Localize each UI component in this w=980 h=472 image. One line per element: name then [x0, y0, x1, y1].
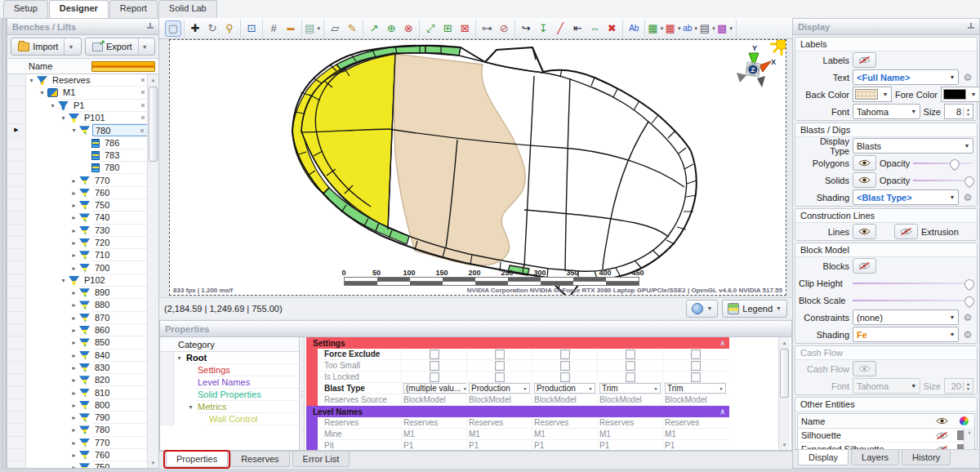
- extrusion-visibility-toggle[interactable]: [894, 224, 918, 239]
- tree-expander[interactable]: ▾: [58, 114, 69, 122]
- polygons-opacity-slider[interactable]: [913, 158, 973, 169]
- tree-row-810[interactable]: ▸810: [7, 386, 148, 399]
- checkbox[interactable]: [495, 372, 505, 382]
- tab-properties[interactable]: Properties: [166, 452, 228, 467]
- solids-opacity-slider[interactable]: [913, 175, 973, 186]
- tree-row-720[interactable]: ▸720: [7, 237, 148, 249]
- fore-color-picker[interactable]: ▼: [941, 87, 979, 102]
- entities-color-header[interactable]: [953, 416, 974, 425]
- edit-pencil-icon[interactable]: ✎: [344, 20, 360, 37]
- ruler-icon[interactable]: ▬: [283, 20, 299, 37]
- tree-row-m1[interactable]: ▾M1: [7, 87, 148, 99]
- blast-shading-dropdown[interactable]: <Blast Type> ▼: [853, 189, 959, 205]
- tree-expander[interactable]: ▸: [69, 390, 79, 397]
- tree-expander[interactable]: ▾: [69, 127, 79, 134]
- block-shading-dropdown[interactable]: Fe ▼: [853, 327, 959, 342]
- display-type-dropdown[interactable]: Blasts ▼: [853, 138, 973, 154]
- snapshot-icon[interactable]: ▤▼: [305, 20, 321, 37]
- category-settings[interactable]: Settings: [160, 364, 299, 376]
- tree-row-710[interactable]: ▸710: [7, 249, 148, 261]
- slider-thumb[interactable]: [963, 294, 977, 308]
- unlink-segments-icon[interactable]: ⊘: [496, 20, 512, 37]
- tree-row-770[interactable]: ▸770: [7, 437, 148, 449]
- move-segment-icon[interactable]: ⤢: [422, 20, 439, 37]
- tab-display[interactable]: Display: [798, 450, 849, 465]
- tree-expander[interactable]: ▸: [69, 464, 79, 468]
- tab-layers[interactable]: Layers: [851, 450, 899, 465]
- tree-row-890[interactable]: ▸890: [7, 287, 148, 299]
- tree-row-p1[interactable]: ▾P1: [7, 100, 148, 112]
- grid-dropdown[interactable]: (multiple valu...▼: [403, 383, 466, 394]
- entities-visibility-header[interactable]: [930, 416, 953, 426]
- tree-expander[interactable]: ▸: [69, 265, 79, 272]
- tree-row-820[interactable]: ▸820: [7, 374, 148, 386]
- export-button[interactable]: Export ▼: [85, 38, 156, 56]
- tab-report[interactable]: Report: [109, 0, 158, 18]
- checkbox[interactable]: [626, 361, 635, 371]
- pin-icon[interactable]: [967, 23, 974, 30]
- category-solid-properties[interactable]: Solid Properties: [160, 389, 299, 401]
- tree-row-780[interactable]: ▸780: [7, 424, 148, 436]
- tree-expander[interactable]: ▸: [69, 439, 79, 447]
- clip-height-slider[interactable]: [853, 278, 973, 289]
- tree-expander[interactable]: ▸: [69, 414, 79, 421]
- checkbox[interactable]: [495, 350, 505, 359]
- sort-filter-icon[interactable]: [91, 61, 156, 72]
- checkbox[interactable]: [691, 372, 701, 382]
- tree-expander[interactable]: ▾: [37, 89, 47, 96]
- delete-segment-icon[interactable]: ⊠: [457, 20, 473, 37]
- trim-line-icon[interactable]: ⇤: [569, 20, 586, 37]
- entity-row-silhouette[interactable]: Silhouette: [798, 429, 974, 443]
- grid-dropdown[interactable]: Production▼: [469, 383, 530, 394]
- back-color-picker[interactable]: ▼: [853, 87, 892, 102]
- tree-row-750[interactable]: ▸750: [7, 461, 148, 468]
- gear-icon[interactable]: ⚙: [962, 329, 973, 341]
- add-point-icon[interactable]: ⊕: [383, 20, 399, 37]
- tab-reserves[interactable]: Reserves: [230, 452, 289, 467]
- grid-dropdown[interactable]: Trim▼: [599, 383, 661, 394]
- tree-expander[interactable]: ▸: [69, 227, 79, 234]
- tree-row-840[interactable]: ▸840: [7, 350, 148, 362]
- row-handle[interactable]: [141, 116, 145, 119]
- category-wall-control[interactable]: Wall Control: [160, 413, 299, 425]
- tree-row-reserves[interactable]: ▾Reserves: [7, 74, 148, 87]
- grid-section-settings[interactable]: Settings∧: [306, 337, 729, 349]
- reverse-line-icon[interactable]: ↪: [518, 20, 534, 37]
- tree-row-p102[interactable]: ▾P102: [7, 274, 148, 287]
- solids-visibility-toggle[interactable]: [853, 172, 876, 188]
- scrollbar-thumb[interactable]: [780, 349, 789, 398]
- import-button[interactable]: Import ▼: [11, 38, 82, 56]
- scroll-down-arrow[interactable]: ▼: [779, 439, 790, 450]
- tree-expander[interactable]: ▸: [69, 301, 79, 309]
- checkbox[interactable]: [560, 361, 570, 371]
- slider-thumb[interactable]: [963, 277, 977, 291]
- tab-setup[interactable]: Setup: [3, 0, 48, 18]
- benches-tree-scrollbar[interactable]: ▲ ▼: [147, 74, 158, 468]
- entities-scrollbar[interactable]: ▲ ▼: [964, 428, 974, 449]
- checkbox[interactable]: [626, 350, 635, 359]
- delete-line-icon[interactable]: ✖: [604, 20, 620, 37]
- tree-expander[interactable]: ▸: [69, 189, 79, 197]
- table-shading-icon[interactable]: ▩▼: [717, 20, 733, 37]
- category-level-names[interactable]: Level Names: [160, 376, 299, 389]
- tree-expander[interactable]: ▸: [69, 376, 79, 384]
- pan-icon[interactable]: ✚: [187, 20, 203, 37]
- tree-row-780[interactable]: 780: [7, 162, 148, 174]
- tab-solid-lab[interactable]: Solid Lab: [158, 0, 217, 18]
- import-dropdown-arrow[interactable]: ▼: [64, 38, 74, 55]
- block-scale-slider[interactable]: [853, 295, 973, 306]
- checkbox[interactable]: [430, 350, 439, 359]
- tree-row-880[interactable]: ▸880: [7, 299, 148, 311]
- move-point-icon[interactable]: ↗: [366, 20, 382, 37]
- tree-row-800[interactable]: ▸800: [7, 399, 148, 412]
- eye-hidden-icon[interactable]: [930, 446, 953, 450]
- link-segments-icon[interactable]: ⊶: [479, 20, 495, 37]
- tree-row-780[interactable]: ▶▾780: [7, 124, 148, 136]
- slider-thumb[interactable]: [963, 174, 977, 188]
- gear-icon[interactable]: ⚙: [962, 72, 973, 83]
- tree-expander[interactable]: ▸: [69, 289, 79, 296]
- annotate-icon[interactable]: Ab: [626, 20, 642, 37]
- draw-polygon-icon[interactable]: ▱: [327, 20, 343, 37]
- checkbox[interactable]: [560, 372, 570, 382]
- collapse-chevron-icon[interactable]: ∧: [719, 339, 725, 347]
